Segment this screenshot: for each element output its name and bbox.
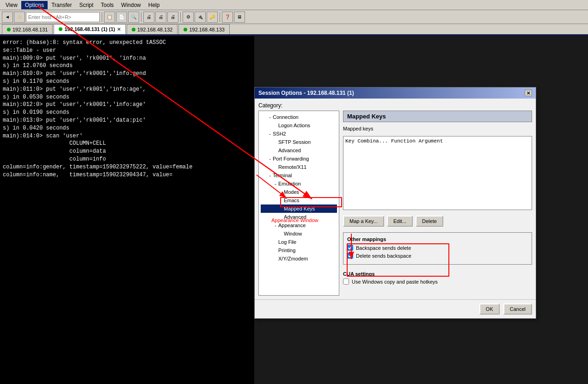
tree-toggle-appearance: - <box>273 223 278 228</box>
tab-dot-1 <box>7 28 11 31</box>
menu-options[interactable]: Options <box>21 1 48 9</box>
delete-label: Delete sends backspace <box>356 253 411 259</box>
edit-button[interactable]: Edit... <box>387 216 413 227</box>
tree-toggle-logfile <box>273 240 278 245</box>
tab-label-1: 192.168.48.131 <box>12 27 48 32</box>
menu-help[interactable]: Help <box>145 1 164 9</box>
tab-3[interactable]: 192.168.48.132 <box>127 24 178 34</box>
terminal-line-25: column=info:name, timestamp=159023290434… <box>3 171 251 179</box>
tree-appearance[interactable]: -Appearance <box>261 221 337 229</box>
terminal: error: (hbase):8: syntax error, unexpect… <box>0 36 254 384</box>
delete-row: Delete sends backspace <box>347 253 528 259</box>
toolbar-back[interactable]: ◄ <box>2 12 13 23</box>
terminal-line-24: column=info:gender, timestamp=1590232975… <box>3 163 251 171</box>
menu-view[interactable]: View <box>2 1 21 9</box>
toolbar: ◄ ⚠ 📋 📄 🔍 🖨 🖨 🖨 ⚙ 🔌 🔑 ❓ 🖥 <box>0 10 588 24</box>
toolbar-find[interactable]: 🔍 <box>128 12 139 23</box>
tab-2[interactable]: 192.168.48.131 (1) (1) ✕ <box>54 24 125 34</box>
category-tree[interactable]: -Connection Logon Actions -SSH2 SFTP Ses… <box>258 111 339 296</box>
toolbar-print2[interactable]: 🖨 <box>155 12 166 23</box>
toolbar-warning[interactable]: ⚠ <box>14 12 25 23</box>
delete-button[interactable]: Delete <box>416 216 443 227</box>
tree-toggle-emulation: - <box>273 181 278 186</box>
tree-remote-x11[interactable]: Remote/X11 <box>261 163 337 171</box>
terminal-line-8: main):010:0> put 'user','rk0001','info:g… <box>3 70 251 78</box>
tree-toggle-terminal: - <box>267 173 273 178</box>
tree-sftp[interactable]: SFTP Session <box>261 138 337 146</box>
tree-logon-actions[interactable]: Logon Actions <box>261 121 337 130</box>
tree-port-forwarding[interactable]: -Port Forwarding <box>261 155 337 163</box>
cua-copy-label: Use Windows copy and paste hotkeys <box>352 279 438 285</box>
other-mappings-section: Other mappings Backspace sends delete De… <box>343 232 532 265</box>
dialog-body: Category: -Connection Logon Actions -SSH… <box>255 99 536 299</box>
tree-xyzmodem[interactable]: X/Y/Zmodem <box>261 254 337 263</box>
toolbar-settings[interactable]: ⚙ <box>183 12 194 23</box>
tree-toggle-ssh2: - <box>267 131 273 136</box>
dialog-footer: OK Cancel <box>255 299 536 318</box>
tab-close-2[interactable]: ✕ <box>117 27 121 32</box>
toolbar-paste[interactable]: 📄 <box>116 12 127 23</box>
terminal-line-18: s) in 0.0420 seconds <box>3 124 251 132</box>
toolbar-key[interactable]: 🔑 <box>207 12 218 23</box>
terminal-line-15: s) in 0.0190 seconds <box>3 109 251 117</box>
menu-script[interactable]: Script <box>75 1 97 9</box>
terminal-line-22: column=data <box>3 148 251 155</box>
terminal-line-6: s) in 12.0760 seconds <box>3 62 251 70</box>
cancel-button[interactable]: Cancel <box>503 303 532 315</box>
menu-transfer[interactable]: Transfer <box>48 1 75 9</box>
tree-ssh2[interactable]: -SSH2 <box>261 130 337 138</box>
terminal-line-1: error: (hbase):8: syntax error, unexpect… <box>3 39 251 47</box>
toolbar-separator-1 <box>102 12 102 22</box>
cua-section: CUA settings Use Windows copy and paste … <box>343 271 532 286</box>
map-key-button[interactable]: Map a Key... <box>343 216 384 227</box>
tree-modes[interactable]: Modes <box>261 188 337 196</box>
tree-terminal[interactable]: -Terminal <box>261 171 337 180</box>
tree-toggle-sftp <box>273 140 278 145</box>
session-options-dialog: Session Options - 192.168.48.131 (1) ✕ C… <box>254 87 536 319</box>
tree-advanced-ssh2[interactable]: Advanced <box>261 146 337 155</box>
tab-1[interactable]: 192.168.48.131 <box>2 24 53 34</box>
tree-toggle-remote <box>273 165 278 170</box>
other-mappings-title: Other mappings <box>347 236 528 242</box>
menu-window[interactable]: Window <box>117 1 145 9</box>
tree-advanced-terminal[interactable]: Advanced <box>261 213 337 221</box>
cua-copy-checkbox[interactable] <box>343 279 349 285</box>
toolbar-screen[interactable]: 🖥 <box>234 12 245 23</box>
host-input[interactable] <box>26 12 100 22</box>
toolbar-separator-4 <box>220 12 220 22</box>
toolbar-connect[interactable]: 🔌 <box>195 12 206 23</box>
tree-mapped-keys[interactable]: Mapped Keys <box>261 204 337 213</box>
backspace-checkbox[interactable] <box>347 245 353 251</box>
terminal-line-17: main):013:0> put 'user','rk0001','data:p… <box>3 117 251 124</box>
delete-checkbox[interactable] <box>347 253 353 259</box>
tree-toggle-emacs <box>278 198 284 203</box>
tree-log-file[interactable]: Log File <box>261 238 337 246</box>
tree-emacs[interactable]: Emacs <box>261 196 337 204</box>
toolbar-copy[interactable]: 📋 <box>104 12 115 23</box>
toolbar-separator-3 <box>180 12 181 22</box>
tab-label-2: 192.168.48.131 (1) (1) <box>64 26 115 32</box>
tree-toggle-printing <box>273 248 278 253</box>
tree-toggle-connection: - <box>267 115 273 120</box>
tabs-bar: 192.168.48.131 192.168.48.131 (1) (1) ✕ … <box>0 24 588 35</box>
toolbar-print3[interactable]: 🖨 <box>167 12 178 23</box>
mapped-keys-buttons: Map a Key... Edit... Delete <box>343 216 532 227</box>
ok-button[interactable]: OK <box>479 303 500 315</box>
tree-window[interactable]: Window <box>261 229 337 238</box>
tree-connection[interactable]: -Connection <box>261 113 337 121</box>
tree-emulation[interactable]: -Emulation <box>261 180 337 188</box>
mapped-keys-table[interactable]: Key Combina... Function Argument <box>343 136 532 210</box>
tree-toggle-portfwd: - <box>267 156 273 161</box>
menu-tools[interactable]: Tools <box>97 1 117 9</box>
tree-toggle-modes <box>278 190 284 195</box>
dialog-overlay: Session Options - 192.168.48.131 (1) ✕ C… <box>254 36 541 384</box>
backspace-label: Backspace sends delete <box>356 245 411 251</box>
toolbar-help[interactable]: ❓ <box>222 12 233 23</box>
tab-4[interactable]: 192.168.48.133 <box>178 24 229 34</box>
backspace-row: Backspace sends delete <box>347 245 528 251</box>
tree-printing[interactable]: Printing <box>261 246 337 254</box>
tree-toggle-adv-term <box>278 215 284 220</box>
cua-title: CUA settings <box>343 271 532 277</box>
toolbar-print[interactable]: 🖨 <box>143 12 154 23</box>
dialog-close-button[interactable]: ✕ <box>525 90 532 96</box>
